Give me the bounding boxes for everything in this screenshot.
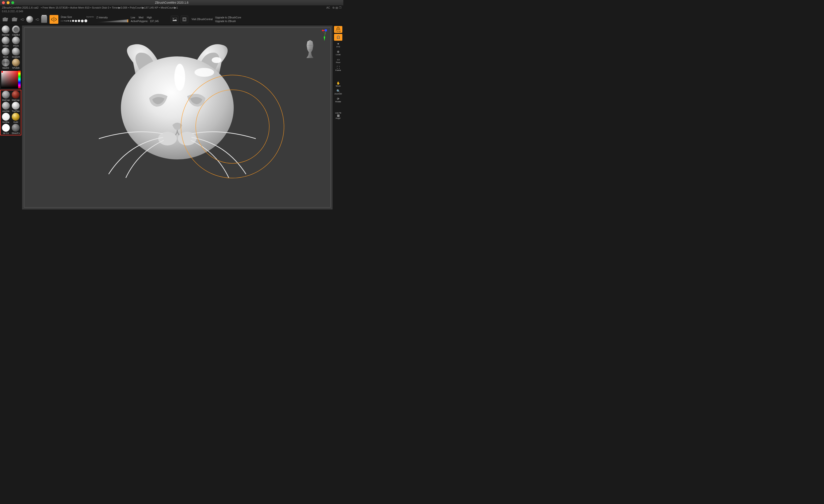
brush-move[interactable]: Move — [1, 47, 11, 58]
window-title: ZBrushCoreMini 2020.1.6 — [155, 1, 189, 4]
brush-slash3[interactable]: Slash3 — [1, 59, 11, 69]
z-intensity-slider[interactable] — [96, 19, 128, 22]
material-flatcolor[interactable]: lat Co — [1, 124, 11, 134]
top-toolbar: ➪ ➪ Draw Size Dynamic Z Intensity — [0, 14, 343, 25]
brush-hpolish[interactable]: hPolish — [11, 59, 21, 69]
active-polys-value: 137,145 — [150, 20, 159, 22]
hue-strip[interactable] — [18, 71, 21, 88]
size-dots[interactable] — [61, 19, 94, 22]
quick-tool-sphere[interactable]: ➪ — [21, 16, 33, 23]
brush-cursor — [177, 71, 288, 182]
brush-snakehook[interactable]: SnakeH — [11, 47, 21, 58]
xyz-button[interactable]: ✦ XYZ — [334, 42, 342, 48]
svg-point-15 — [158, 132, 177, 145]
brush-palette: Standar ClayBui Inflate Pinch Move Snake… — [1, 25, 21, 69]
status-bar: ZBrushCoreMini 2020.1.6 cat2 • Free Mem … — [0, 5, 343, 10]
hand-icon: ✋ — [336, 82, 340, 85]
material-matcap-gray[interactable]: MatCap — [1, 91, 11, 101]
material-toyplastic[interactable]: ToyPlas — [11, 102, 20, 112]
res-low-button[interactable]: Low — [131, 16, 135, 19]
local-icon: ⊚ — [337, 50, 339, 53]
menu-icon[interactable]: ⧉ — [332, 6, 334, 9]
quick-tool-cube[interactable]: ➪ — [35, 16, 47, 23]
perspective-button[interactable]: Persp — [334, 26, 342, 33]
image-button[interactable] — [171, 16, 178, 23]
navigation-head[interactable] — [303, 39, 317, 59]
material-skinshade[interactable]: kinSha — [1, 113, 11, 123]
minimize-window-button[interactable] — [7, 1, 10, 4]
res-med-button[interactable]: Med — [138, 16, 143, 19]
upgrade-full-link[interactable]: Upgrade to ZBrush — [215, 20, 241, 22]
active-polys-label: ActivePolygons: — [131, 20, 148, 22]
ui-icon[interactable]: ❐ — [339, 6, 341, 9]
brush-pinch[interactable]: Pinch — [11, 36, 21, 47]
svg-point-17 — [181, 75, 284, 178]
floor-icon: ▭ — [337, 58, 340, 61]
zoom3d-button[interactable]: 🔍 Zoom3D — [334, 89, 342, 96]
material-gold[interactable]: Gold — [11, 113, 20, 123]
project-name: ZBrushCoreMini 2020.1.6 cat2 — [2, 6, 38, 9]
cube-icon — [41, 16, 47, 23]
svg-point-1 — [173, 18, 174, 19]
res-high-button[interactable]: High — [147, 16, 152, 19]
frame-button[interactable]: ⛶ Frame — [334, 65, 342, 72]
window-controls — [2, 1, 14, 4]
timer: Timer▶0.008 — [112, 6, 127, 9]
local-button[interactable]: ⊚ Local — [334, 49, 342, 57]
frame-icon: ⛶ — [337, 66, 340, 69]
color-selection-indicator — [1, 71, 3, 73]
headset-button[interactable]: 🎧 — [334, 34, 342, 41]
svg-point-18 — [196, 90, 269, 163]
magnifier-icon: 🔍 — [336, 90, 340, 92]
scratch-disk: Scratch Disk 0 — [92, 6, 109, 9]
draw-size-slider[interactable]: Draw Size Dynamic — [61, 16, 94, 23]
dynamic-label: Dynamic — [86, 16, 94, 18]
maximize-window-button[interactable] — [11, 1, 14, 4]
svg-marker-6 — [324, 36, 325, 41]
brush-claybuild[interactable]: ClayBui — [11, 25, 21, 36]
open-button[interactable] — [2, 16, 9, 23]
left-sidebar: Standar ClayBui Inflate Pinch Move Snake… — [0, 25, 22, 210]
material-palette: MatCap MatCap asicMa ToyPlas kinSha Gold… — [0, 90, 21, 135]
polyframe-button[interactable]: Line Fill ▦ PolyF — [334, 112, 342, 119]
ac-indicator: AC — [326, 6, 330, 9]
layout-icon[interactable]: ▤ — [335, 6, 338, 9]
grid-icon: ▦ — [337, 114, 340, 117]
z-intensity-group: Z Intensity — [96, 16, 128, 22]
z-intensity-label: Z Intensity — [96, 16, 128, 19]
floor-button[interactable]: ▭ Floor — [334, 58, 342, 64]
sphere-icon — [26, 16, 33, 23]
move-button[interactable]: ✋ Move — [334, 81, 342, 88]
titlebar: ZBrushCoreMini 2020.1.6 — [0, 0, 343, 5]
material-matcap-red[interactable]: MatCap — [11, 91, 20, 101]
resolution-buttons: Low Med High — [131, 16, 159, 19]
arrow-icon: ➪ — [35, 16, 40, 22]
save-button[interactable] — [11, 16, 18, 23]
meshcount: MeshCount▶1 — [161, 6, 178, 9]
free-mem: Free Mem 15.573GB — [42, 6, 68, 9]
visit-zbrushcentral-link[interactable]: Visit ZBrushCentral — [192, 18, 213, 21]
cursor-coords: 0.61,0.222,-0.549 — [0, 10, 343, 14]
brush-inflate[interactable]: Inflate — [1, 36, 11, 47]
symmetry-button[interactable] — [49, 15, 59, 24]
svg-point-14 — [212, 57, 221, 63]
headset-icon: 🎧 — [336, 36, 340, 39]
active-mem: Active Mem 810 — [70, 6, 90, 9]
close-window-button[interactable] — [2, 1, 5, 4]
axes-icon: ✦ — [337, 42, 339, 45]
material-basic[interactable]: asicMa — [1, 102, 11, 112]
export-3d-button[interactable] — [181, 16, 188, 23]
draw-size-label: Draw Size — [61, 16, 72, 18]
material-silverfoil[interactable]: SilverFo — [11, 124, 20, 134]
rotate-button[interactable]: ⟳ Rotate — [334, 97, 342, 103]
polycount: PolyCount▶137.145 KP — [130, 6, 158, 9]
viewport[interactable] — [22, 25, 332, 209]
brush-standard[interactable]: Standar — [1, 25, 11, 36]
upgrade-core-link[interactable]: Upgrade to ZBrushCore — [215, 16, 241, 19]
svg-rect-5 — [325, 29, 327, 31]
color-picker[interactable] — [1, 71, 21, 88]
arrow-icon: ➪ — [21, 16, 25, 22]
right-sidebar: Persp 🎧 ✦ XYZ ⊚ Local ▭ Floor ⛶ Frame ✋ … — [333, 25, 343, 210]
rotate-icon: ⟳ — [337, 97, 339, 100]
